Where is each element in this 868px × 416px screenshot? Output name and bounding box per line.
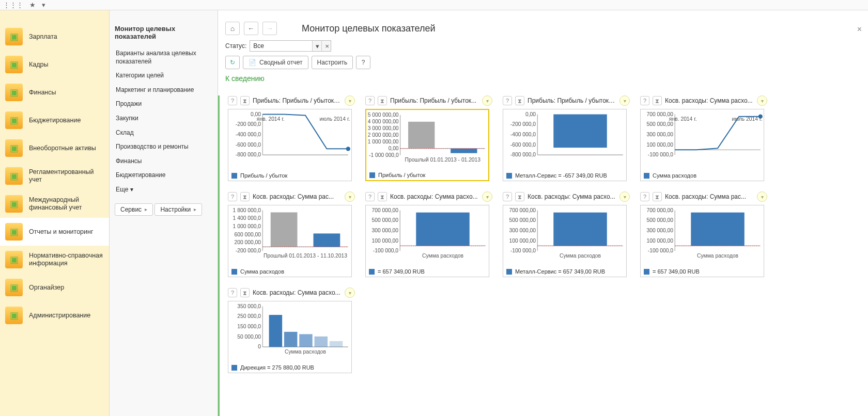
subnav-link-1[interactable]: Категории целей: [115, 69, 212, 83]
sidebar-item-2[interactable]: ▣Финансы: [0, 78, 109, 106]
widget-help-icon[interactable]: ?: [365, 192, 375, 201]
sidebar-icon: ▣: [5, 195, 23, 213]
configure-button[interactable]: Настроить: [312, 56, 353, 69]
summary-report-button[interactable]: 📄Сводный отчет: [243, 56, 308, 69]
sidebar-item-label: Органайзер: [29, 284, 64, 292]
widget-help-icon[interactable]: ?: [228, 288, 237, 297]
svg-text:100 000,00: 100 000,00: [646, 238, 673, 244]
widget-hourglass-icon[interactable]: ⧗: [378, 192, 387, 201]
sidebar-item-1[interactable]: ▣Кадры: [0, 51, 109, 78]
widget-chart: 350 000,0250 000,0150 000,050 000,000Сум…: [228, 301, 352, 373]
kpi-widget-8[interactable]: ?⧗Косв. расходы: Сумма расхо...▾350 000,…: [228, 287, 355, 373]
kpi-widget-7[interactable]: ?⧗Косв. расходы: Сумма рас...▾700 000,00…: [640, 191, 767, 277]
svg-text:100 000,00: 100 000,00: [646, 142, 673, 148]
widget-help-icon[interactable]: ?: [640, 96, 649, 105]
widget-menu-icon[interactable]: ▾: [619, 191, 630, 202]
widget-legend: Сумма расходов: [644, 172, 696, 179]
widget-hourglass-icon[interactable]: ⧗: [653, 96, 662, 105]
status-select[interactable]: Все ▾ ×: [250, 40, 331, 52]
sidebar-item-6[interactable]: ▣Международный финансовый учет: [0, 190, 109, 218]
widget-help-icon[interactable]: ?: [228, 96, 237, 105]
sidebar-item-10[interactable]: ▣Администрирование: [0, 301, 109, 329]
sidebar-item-3[interactable]: ▣Бюджетирование: [0, 106, 109, 134]
subnav-settings-button[interactable]: Настройки: [154, 203, 202, 216]
svg-text:-200 000,0: -200 000,0: [510, 121, 536, 127]
subnav-link-6[interactable]: Производство и ремонты: [115, 140, 212, 154]
widget-help-icon[interactable]: ?: [365, 96, 375, 105]
widget-menu-icon[interactable]: ▾: [619, 95, 630, 106]
widget-menu-icon[interactable]: ▾: [345, 191, 355, 202]
svg-text:300 000,00: 300 000,00: [509, 228, 536, 233]
subnav-link-8[interactable]: Бюджетирование: [115, 168, 212, 183]
widget-menu-icon[interactable]: ▾: [757, 191, 767, 202]
home-button[interactable]: ⌂: [225, 22, 240, 35]
widget-menu-icon[interactable]: ▾: [482, 191, 492, 202]
kpi-widget-5[interactable]: ?⧗Косв. расходы: Сумма расхо...▾700 000,…: [365, 191, 492, 277]
widget-title: Косв. расходы: Сумма расхо...: [253, 289, 342, 296]
sidebar-item-0[interactable]: ▣Зарплата: [0, 23, 109, 51]
status-dropdown-icon[interactable]: ▾: [312, 41, 321, 51]
widget-menu-icon[interactable]: ▾: [757, 95, 767, 106]
kpi-widget-0[interactable]: ?⧗Прибыль: Прибыль / убыток, ...▾0,00-20…: [228, 95, 355, 181]
subnav-service-button[interactable]: Сервис: [115, 203, 153, 216]
status-label: Статус:: [225, 42, 246, 50]
dropdown-icon[interactable]: ▾: [42, 1, 45, 9]
sidebar-item-9[interactable]: ▣Органайзер: [0, 274, 109, 301]
svg-text:-200 000,0: -200 000,0: [236, 248, 261, 253]
kpi-widget-2[interactable]: ?⧗Прибыль: Прибыль / убыток п...▾0,00-20…: [503, 95, 630, 181]
subnav-link-3[interactable]: Продажи: [115, 97, 212, 111]
svg-text:300 000,00: 300 000,00: [646, 132, 673, 137]
svg-text:-600 000,0: -600 000,0: [510, 142, 536, 148]
sidebar-icon: ▣: [5, 84, 23, 101]
help-button[interactable]: ?: [356, 56, 370, 69]
widget-hourglass-icon[interactable]: ⧗: [653, 192, 662, 201]
forward-button[interactable]: →: [262, 22, 277, 35]
widget-help-icon[interactable]: ?: [503, 192, 512, 201]
kpi-widget-4[interactable]: ?⧗Косв. расходы: Сумма рас...▾1 800 000,…: [228, 191, 355, 277]
grid-icon[interactable]: ⋮⋮⋮: [3, 1, 23, 9]
svg-rect-60: [416, 213, 469, 246]
widget-title: Косв. расходы: Сумма расхо...: [528, 193, 616, 200]
svg-text:700 000,00: 700 000,00: [371, 207, 398, 213]
svg-text:-800 000,0: -800 000,0: [236, 152, 261, 157]
widget-hourglass-icon[interactable]: ⧗: [240, 288, 250, 297]
widget-menu-icon[interactable]: ▾: [345, 95, 355, 106]
kpi-widget-1[interactable]: ?⧗Прибыль: Прибыль / убыток...▾5 000 000…: [365, 95, 492, 181]
subnav-link-0[interactable]: Варианты анализа целевых показателей: [115, 46, 212, 69]
widget-help-icon[interactable]: ?: [228, 192, 237, 201]
sidebar-item-8[interactable]: ▣Нормативно-справочная информация: [0, 246, 109, 274]
subnav-link-7[interactable]: Финансы: [115, 154, 212, 169]
subnav-link-5[interactable]: Склад: [115, 126, 212, 140]
widget-hourglass-icon[interactable]: ⧗: [240, 96, 250, 105]
widget-hourglass-icon[interactable]: ⧗: [515, 192, 524, 201]
svg-text:3 000 000,00: 3 000 000,00: [368, 125, 399, 131]
status-clear-icon[interactable]: ×: [321, 41, 331, 51]
star-icon[interactable]: ★: [29, 1, 36, 9]
close-icon[interactable]: ×: [857, 25, 862, 34]
subnav-link-9[interactable]: Еще ▾: [115, 183, 212, 197]
kpi-widget-3[interactable]: ?⧗Косв. расходы: Сумма расхо...▾700 000,…: [640, 95, 767, 181]
widget-menu-icon[interactable]: ▾: [345, 287, 355, 298]
widget-help-icon[interactable]: ?: [503, 96, 512, 105]
subnav-link-4[interactable]: Закупки: [115, 111, 212, 126]
main-panel: × ⌂ ← → Монитор целевых показателей Стат…: [218, 10, 868, 416]
widget-legend: Прибыль / убыток: [231, 172, 287, 179]
widget-hourglass-icon[interactable]: ⧗: [240, 192, 250, 201]
sidebar-icon: ▣: [5, 279, 23, 296]
svg-text:янв. 2014 г.: янв. 2014 г.: [257, 116, 285, 122]
widget-menu-icon[interactable]: ▾: [482, 95, 492, 106]
back-button[interactable]: ←: [244, 22, 258, 35]
dashboard-scroll[interactable]: ?⧗Прибыль: Прибыль / убыток, ...▾0,00-20…: [218, 95, 868, 416]
sidebar-item-4[interactable]: ▣Внеоборотные активы: [0, 134, 109, 162]
subnav-title: Монитор целевых показателей: [115, 25, 212, 40]
kpi-widget-6[interactable]: ?⧗Косв. расходы: Сумма расхо...▾700 000,…: [503, 191, 630, 277]
sidebar-item-7[interactable]: ▣Отчеты и мониторинг: [0, 218, 109, 246]
widget-hourglass-icon[interactable]: ⧗: [515, 96, 524, 105]
svg-text:Сумма расходов: Сумма расходов: [697, 253, 738, 259]
widget-legend: = 657 349,00 RUB: [644, 268, 700, 275]
subnav-link-2[interactable]: Маркетинг и планирование: [115, 83, 212, 98]
widget-hourglass-icon[interactable]: ⧗: [378, 96, 387, 105]
sidebar-item-5[interactable]: ▣Регламентированный учет: [0, 162, 109, 190]
refresh-button[interactable]: ↻: [225, 56, 240, 69]
widget-help-icon[interactable]: ?: [640, 192, 649, 201]
